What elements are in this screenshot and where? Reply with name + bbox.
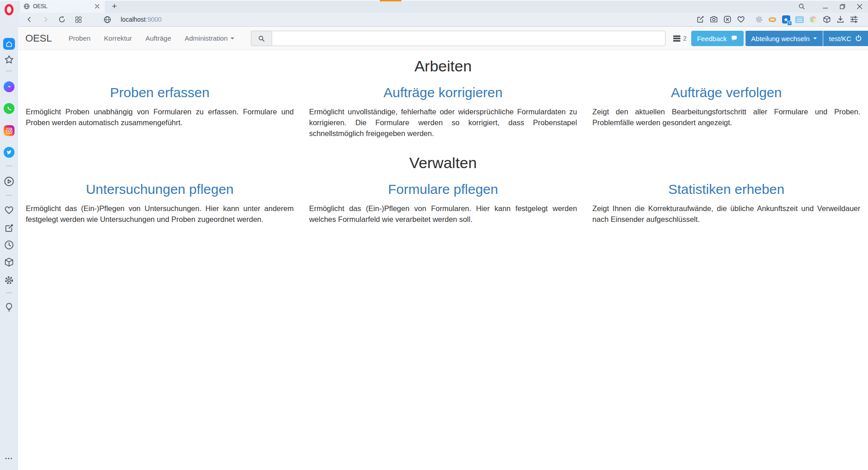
sidebar-start-page-button[interactable]	[3, 38, 15, 50]
section-title-verwalten: Verwalten	[18, 154, 868, 172]
window-top-edge	[0, 0, 868, 1]
back-button[interactable]	[23, 14, 36, 25]
lightbulb-icon	[5, 302, 14, 312]
snapshot-camera-button[interactable]	[709, 15, 718, 24]
user-menu-button[interactable]: test/KC	[823, 31, 868, 46]
messenger-icon	[6, 84, 12, 90]
extension-star-badge-button[interactable]: 0	[782, 15, 790, 24]
speed-dial-button[interactable]	[71, 14, 85, 25]
sidebar-history-button[interactable]	[4, 240, 14, 250]
extensions-box-button[interactable]	[822, 15, 831, 24]
easy-setup-sliders-button[interactable]	[849, 15, 858, 24]
opera-logo-icon[interactable]	[5, 4, 14, 15]
card-description: Ermöglicht das (Ein-)Pflegen von Untersu…	[26, 203, 294, 225]
caret-down-icon	[813, 38, 817, 39]
card-statistiken-erheben: Statistiken erheben Zeigt Ihnen die Korr…	[585, 172, 868, 225]
main-menu: Proben Korrektur Aufträge Administration	[62, 27, 241, 50]
pinboard-icon	[4, 223, 14, 233]
nav-item-administration[interactable]: Administration	[178, 27, 241, 50]
downloads-button[interactable]	[836, 15, 844, 24]
favorites-heart-button[interactable]	[736, 15, 745, 24]
window-minimize-button[interactable]	[816, 0, 834, 13]
search-icon	[258, 35, 265, 42]
extension-color-cube-button[interactable]	[809, 15, 817, 24]
forward-button[interactable]	[39, 14, 52, 25]
nav-item-proben[interactable]: Proben	[62, 27, 97, 50]
address-bar: localhost:9000 0	[18, 13, 868, 27]
clock-icon	[4, 240, 14, 250]
window-search-button[interactable]	[793, 0, 810, 13]
window-restore-button[interactable]	[834, 0, 851, 13]
extension-icons: 0	[696, 15, 868, 24]
card-untersuchungen-pflegen: Untersuchungen pflegen Ermöglicht das (E…	[18, 172, 302, 225]
nav-buttons: localhost:9000	[18, 14, 161, 25]
sidebar-divider	[6, 165, 12, 166]
extension-ring-button[interactable]	[768, 15, 777, 24]
sidebar-divider	[6, 70, 12, 71]
play-circle-icon	[4, 176, 14, 187]
whatsapp-icon	[6, 105, 12, 112]
dashboard-content: Arbeiten Proben erfassen Ermöglicht Prob…	[18, 57, 868, 225]
card-title-statistiken-erheben[interactable]: Statistiken erheben	[592, 182, 860, 197]
feedback-label: Feedback	[697, 35, 727, 42]
web-page: OESL Proben Korrektur Aufträge Administr…	[18, 27, 868, 470]
new-tab-button[interactable]: +	[107, 0, 122, 13]
sidebar-divider	[6, 195, 12, 196]
queue-bars-icon	[673, 35, 681, 42]
url-field[interactable]: localhost:9000	[121, 16, 161, 23]
sidebar-twitter-button[interactable]	[4, 147, 14, 158]
extension-news-button[interactable]	[795, 15, 804, 24]
feedback-button[interactable]: Feedback	[691, 31, 744, 46]
section-title-arbeiten: Arbeiten	[18, 57, 868, 75]
caret-down-icon	[231, 38, 234, 39]
card-description: Ermöglicht unvollständige, fehlerhafte o…	[309, 106, 577, 139]
sidebar-messenger-button[interactable]	[4, 81, 14, 92]
sidebar-whatsapp-button[interactable]	[4, 103, 14, 114]
navbar-right: 2 Feedback Abteilung wechseln test/KC	[673, 31, 868, 46]
sidebar-more-button[interactable]: •••	[5, 456, 13, 461]
app-search-input[interactable]	[272, 31, 665, 46]
sidebar-tips-button[interactable]	[5, 302, 14, 312]
sidebar-settings-button[interactable]	[4, 275, 14, 285]
card-auftraege-verfolgen: Aufträge verfolgen Zeigt den aktuellen B…	[585, 75, 868, 139]
queue-status-button[interactable]: 2	[673, 35, 687, 42]
cards-row-arbeiten: Proben erfassen Ermöglicht Proben unabhä…	[18, 75, 868, 139]
card-title-auftraege-korrigieren[interactable]: Aufträge korrigieren	[309, 85, 577, 100]
window-controls	[793, 0, 868, 13]
sidebar-favorites-button[interactable]	[4, 205, 14, 215]
browser-window: ••• OESL +	[0, 0, 868, 470]
tab-close-button[interactable]	[93, 2, 101, 10]
change-department-button[interactable]: Abteilung wechseln	[745, 31, 823, 46]
twitter-bird-icon	[6, 149, 12, 155]
browser-tab[interactable]: OESL	[20, 0, 105, 13]
sidebar-bookmarks-button[interactable]	[4, 55, 14, 65]
sidebar-instagram-button[interactable]	[4, 125, 14, 136]
card-title-proben-erfassen[interactable]: Proben erfassen	[26, 85, 294, 100]
window-close-button[interactable]	[851, 0, 868, 13]
card-title-untersuchungen-pflegen[interactable]: Untersuchungen pflegen	[26, 182, 294, 197]
adblocker-shield-button[interactable]	[723, 15, 731, 24]
card-formulare-pflegen: Formulare pflegen Ermöglicht das (Ein-)P…	[302, 172, 585, 225]
gear-icon	[4, 275, 14, 285]
card-title-formulare-pflegen[interactable]: Formulare pflegen	[309, 182, 577, 197]
reload-button[interactable]	[55, 14, 69, 25]
speech-bubble-icon	[731, 35, 738, 42]
flow-pin-button[interactable]	[696, 15, 704, 24]
card-description: Ermöglicht das (Ein-)Pflegen von Formula…	[309, 203, 577, 225]
site-info-button[interactable]	[100, 14, 114, 25]
nav-item-auftraege[interactable]: Aufträge	[139, 27, 178, 50]
sidebar-divider	[6, 292, 12, 293]
instagram-icon	[6, 127, 13, 134]
opera-sidebar: •••	[0, 0, 18, 470]
sidebar-extensions-button[interactable]	[4, 257, 14, 267]
tab-loading-indicator	[380, 0, 401, 1]
heart-icon	[4, 205, 14, 215]
sidebar-player-button[interactable]	[4, 176, 14, 187]
card-proben-erfassen: Proben erfassen Ermöglicht Proben unabhä…	[18, 75, 302, 139]
card-title-auftraege-verfolgen[interactable]: Aufträge verfolgen	[592, 85, 860, 100]
nav-item-korrektur[interactable]: Korrektur	[97, 27, 139, 50]
app-brand[interactable]: OESL	[25, 33, 52, 44]
power-icon	[855, 35, 862, 42]
sidebar-pinboards-button[interactable]	[4, 223, 14, 233]
extension-gear-button[interactable]	[755, 15, 763, 24]
